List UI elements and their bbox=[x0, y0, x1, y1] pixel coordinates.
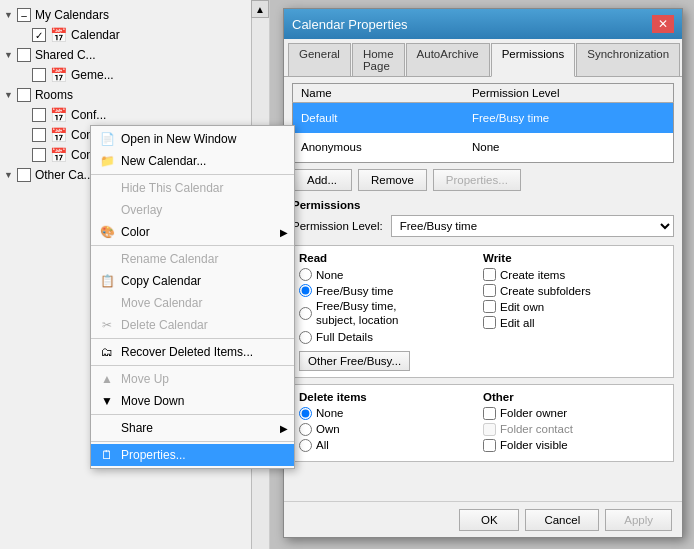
read-column: Read None Free/Busy time Free/Busy time,… bbox=[299, 252, 483, 371]
other-folder-contact-option[interactable]: Folder contact bbox=[483, 423, 667, 436]
remove-button[interactable]: Remove bbox=[358, 169, 427, 191]
shared-cal-item-1[interactable]: 📅 Geme... bbox=[0, 65, 269, 85]
shared-calendars-checkbox[interactable] bbox=[17, 48, 31, 62]
delete-own-label: Own bbox=[316, 423, 340, 435]
rooms-group[interactable]: ▼ Rooms bbox=[0, 85, 269, 105]
menu-move-up-label: Move Up bbox=[121, 372, 169, 386]
menu-rename: Rename Calendar bbox=[91, 248, 294, 270]
menu-hide-label: Hide This Calendar bbox=[121, 181, 224, 195]
menu-new-calendar[interactable]: 📁 New Calendar... bbox=[91, 150, 294, 172]
permission-level-row: Permission Level: NoneFree/Busy timeFree… bbox=[292, 215, 674, 237]
shared-item-checkbox[interactable] bbox=[32, 68, 46, 82]
tab-autoarchive[interactable]: AutoArchive bbox=[406, 43, 490, 76]
read-free-busy-label: Free/Busy time bbox=[316, 285, 393, 297]
room1-label: Conf... bbox=[71, 108, 106, 122]
other-folder-visible-label: Folder visible bbox=[500, 439, 568, 451]
menu-color-label: Color bbox=[121, 225, 150, 239]
read-none-option[interactable]: None bbox=[299, 268, 483, 281]
delete-none-option[interactable]: None bbox=[299, 407, 483, 420]
write-subfolders-option[interactable]: Create subfolders bbox=[483, 284, 667, 297]
tab-synchronization[interactable]: Synchronization bbox=[576, 43, 680, 76]
menu-rename-label: Rename Calendar bbox=[121, 252, 218, 266]
new-calendar-icon: 📁 bbox=[99, 153, 115, 169]
menu-overlay-label: Overlay bbox=[121, 203, 162, 217]
read-full-details-label: Full Details bbox=[316, 331, 373, 343]
other-folder-owner-option[interactable]: Folder owner bbox=[483, 407, 667, 420]
menu-move-down[interactable]: ▼ Move Down bbox=[91, 390, 294, 412]
menu-delete-label: Delete Calendar bbox=[121, 318, 208, 332]
write-edit-all-option[interactable]: Edit all bbox=[483, 316, 667, 329]
table-row[interactable]: Anonymous None bbox=[293, 133, 674, 163]
ok-button[interactable]: OK bbox=[459, 509, 519, 531]
delete-own-option[interactable]: Own bbox=[299, 423, 483, 436]
shared-calendars-group[interactable]: ▼ Shared C... bbox=[0, 45, 269, 65]
read-free-busy-option[interactable]: Free/Busy time bbox=[299, 284, 483, 297]
tab-general[interactable]: General bbox=[288, 43, 351, 76]
menu-properties[interactable]: 🗒 Properties... bbox=[91, 444, 294, 466]
dialog-title: Calendar Properties bbox=[292, 17, 408, 32]
tab-permissions[interactable]: Permissions bbox=[491, 43, 576, 77]
other-free-busy-button[interactable]: Other Free/Busy... bbox=[299, 351, 410, 371]
rename-icon bbox=[99, 251, 115, 267]
delete-title: Delete items bbox=[299, 391, 483, 403]
write-edit-all-label: Edit all bbox=[500, 317, 535, 329]
context-menu: 📄 Open in New Window 📁 New Calendar... H… bbox=[90, 125, 295, 469]
properties-icon: 🗒 bbox=[99, 447, 115, 463]
other-calendars-checkbox[interactable] bbox=[17, 168, 31, 182]
scroll-up-arrow[interactable]: ▲ bbox=[251, 0, 269, 18]
share-icon bbox=[99, 420, 115, 436]
calendar-checkbox[interactable]: ✓ bbox=[32, 28, 46, 42]
delete-all-option[interactable]: All bbox=[299, 439, 483, 452]
menu-color[interactable]: 🎨 Color ▶ bbox=[91, 221, 294, 243]
add-button[interactable]: Add... bbox=[292, 169, 352, 191]
write-edit-own-option[interactable]: Edit own bbox=[483, 300, 667, 313]
delete-icon: ✂ bbox=[99, 317, 115, 333]
write-create-label: Create items bbox=[500, 269, 565, 281]
calendar-label: Calendar bbox=[71, 28, 120, 42]
other-folder-visible-option[interactable]: Folder visible bbox=[483, 439, 667, 452]
room-item-1[interactable]: 📅 Conf... bbox=[0, 105, 269, 125]
table-action-buttons: Add... Remove Properties... bbox=[292, 169, 674, 191]
menu-hide-calendar: Hide This Calendar bbox=[91, 177, 294, 199]
menu-open-new-window[interactable]: 📄 Open in New Window bbox=[91, 128, 294, 150]
read-free-busy-detail-option[interactable]: Free/Busy time,subject, location bbox=[299, 300, 483, 328]
other-folder-owner-label: Folder owner bbox=[500, 407, 567, 419]
move-down-icon: ▼ bbox=[99, 393, 115, 409]
menu-recover-label: Recover Deleted Items... bbox=[121, 345, 253, 359]
menu-share[interactable]: Share ▶ bbox=[91, 417, 294, 439]
rooms-checkbox[interactable] bbox=[17, 88, 31, 102]
room1-checkbox[interactable] bbox=[32, 108, 46, 122]
table-row[interactable]: Default Free/Busy time bbox=[293, 103, 674, 133]
cancel-button[interactable]: Cancel bbox=[525, 509, 599, 531]
menu-share-label: Share bbox=[121, 421, 153, 435]
room3-checkbox[interactable] bbox=[32, 148, 46, 162]
shared-calendar-label: Geme... bbox=[71, 68, 114, 82]
calendar-item[interactable]: ✓ 📅 Calendar bbox=[0, 25, 269, 45]
my-calendars-label: My Calendars bbox=[35, 8, 109, 22]
permission-level-label: Permission Level: bbox=[292, 220, 383, 232]
menu-recover[interactable]: 🗂 Recover Deleted Items... bbox=[91, 341, 294, 363]
my-calendars-checkbox[interactable]: – bbox=[17, 8, 31, 22]
apply-button: Apply bbox=[605, 509, 672, 531]
read-write-panel: Read None Free/Busy time Free/Busy time,… bbox=[292, 245, 674, 378]
menu-copy-calendar[interactable]: 📋 Copy Calendar bbox=[91, 270, 294, 292]
row1-name: Default bbox=[293, 103, 464, 133]
row2-name: Anonymous bbox=[293, 133, 464, 163]
separator-5 bbox=[91, 414, 294, 415]
menu-move-down-label: Move Down bbox=[121, 394, 184, 408]
recover-icon: 🗂 bbox=[99, 344, 115, 360]
dialog-close-button[interactable]: ✕ bbox=[652, 15, 674, 33]
my-calendars-group[interactable]: ▼ – My Calendars bbox=[0, 5, 269, 25]
write-subfolders-label: Create subfolders bbox=[500, 285, 591, 297]
shared-collapse-triangle: ▼ bbox=[4, 50, 13, 60]
overlay-icon bbox=[99, 202, 115, 218]
tab-home-page[interactable]: Home Page bbox=[352, 43, 405, 76]
delete-all-label: All bbox=[316, 439, 329, 451]
permission-level-select[interactable]: NoneFree/Busy timeFree/Busy time, subjec… bbox=[391, 215, 674, 237]
menu-delete-calendar: ✂ Delete Calendar bbox=[91, 314, 294, 336]
read-full-details-option[interactable]: Full Details bbox=[299, 331, 483, 344]
open-window-icon: 📄 bbox=[99, 131, 115, 147]
table-header-name: Name bbox=[293, 84, 464, 103]
write-create-option[interactable]: Create items bbox=[483, 268, 667, 281]
room2-checkbox[interactable] bbox=[32, 128, 46, 142]
